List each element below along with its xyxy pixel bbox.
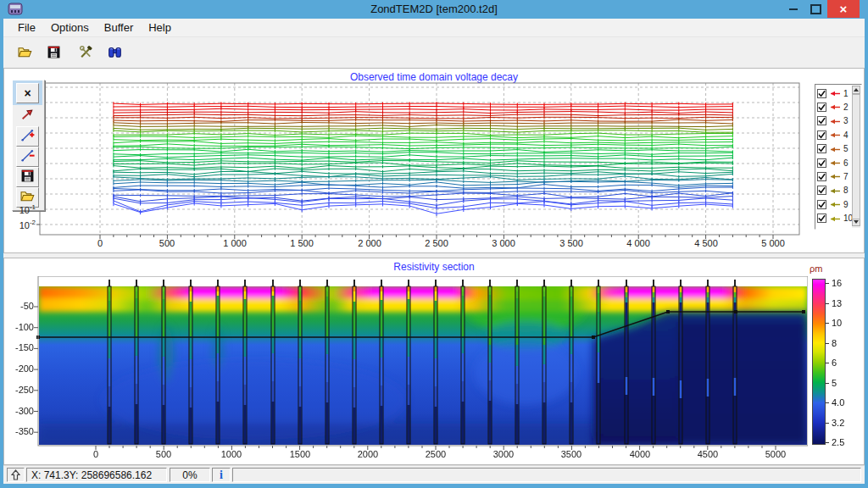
section-y-tick-4: -250 xyxy=(5,385,34,395)
main-toolbar xyxy=(3,38,865,69)
legend-checkbox-6[interactable] xyxy=(817,158,826,168)
decay-chart-canvas[interactable] xyxy=(34,82,800,243)
decay-x-tick-1: 500 xyxy=(142,238,192,248)
legend-item-9[interactable]: 9 xyxy=(817,197,849,211)
menu-bar: FileOptionsBufferHelp xyxy=(3,19,865,37)
check-icon xyxy=(818,201,826,208)
legend-item-4[interactable]: 4 xyxy=(817,128,849,141)
legend-checkbox-9[interactable] xyxy=(817,200,826,209)
colorbar-tick-5 xyxy=(826,383,829,384)
decay-x-tick-0: 0 xyxy=(75,238,125,248)
menu-options[interactable]: Options xyxy=(43,19,97,36)
section-y-tick-6: -350 xyxy=(5,426,34,436)
status-info-panel: i xyxy=(212,468,231,482)
scroll-thumb[interactable] xyxy=(852,94,860,219)
colorbar-tick-7 xyxy=(826,423,829,424)
legend-checkbox-4[interactable] xyxy=(817,130,826,140)
open-file-button[interactable] xyxy=(14,42,36,64)
section-x-tick-3: 1500 xyxy=(275,449,326,459)
window-border-right xyxy=(865,19,868,484)
remove-node-tool-button[interactable] xyxy=(16,147,39,167)
colorbar-label-5: 5 xyxy=(832,378,837,388)
binoculars-icon xyxy=(108,45,122,63)
section-y-tick-0: -50 xyxy=(5,301,34,311)
decay-x-tick-10: 5 000 xyxy=(748,238,798,248)
decay-y-tick-0: 10-1 xyxy=(7,203,36,215)
status-arrow-panel xyxy=(7,468,25,482)
legend-item-10[interactable]: 10 xyxy=(817,212,853,225)
section-x-tick-9: 4500 xyxy=(682,449,733,459)
decay-x-tick-9: 4 500 xyxy=(681,238,732,248)
legend-marker-3 xyxy=(830,114,841,129)
resistivity-canvas[interactable] xyxy=(31,276,808,451)
title-bar[interactable]: ZondTEM2D [tem200.t2d] × xyxy=(0,0,868,19)
legend-item-3[interactable]: 3 xyxy=(817,114,849,128)
check-icon xyxy=(818,117,826,125)
colorbar-tick-4 xyxy=(826,363,829,363)
section-x-tick-1: 500 xyxy=(138,449,189,459)
check-icon xyxy=(818,173,826,180)
legend-checkbox-10[interactable] xyxy=(817,214,826,223)
section-x-tick-7: 3500 xyxy=(546,449,597,459)
decay-x-tick-6: 3 000 xyxy=(478,238,529,248)
legend-checkbox-1[interactable] xyxy=(817,89,826,98)
window-border-bottom xyxy=(0,484,868,488)
add-node-tool-button[interactable] xyxy=(16,126,39,147)
legend-item-2[interactable]: 2 xyxy=(817,100,849,114)
menu-file[interactable]: File xyxy=(10,19,43,36)
minimize-button[interactable] xyxy=(783,0,804,18)
legend-scrollbar[interactable] xyxy=(852,86,860,228)
close-tool-button[interactable]: × xyxy=(16,83,39,103)
decay-x-tick-7: 3 500 xyxy=(546,238,597,248)
resistivity-heatmap xyxy=(39,286,807,445)
legend-label: 8 xyxy=(843,186,849,195)
section-x-tick-5: 2500 xyxy=(410,449,461,459)
legend-item-8[interactable]: 8 xyxy=(817,184,849,197)
inversion-settings-button[interactable] xyxy=(75,42,97,64)
colorbar-label-16: 16 xyxy=(832,278,842,288)
colorbar-label-8: 8 xyxy=(832,338,837,348)
legend-label: 5 xyxy=(843,144,849,153)
menu-buffer[interactable]: Buffer xyxy=(97,19,141,36)
legend-checkbox-8[interactable] xyxy=(817,186,826,195)
close-button[interactable]: × xyxy=(827,0,860,18)
legend-checkbox-3[interactable] xyxy=(817,116,826,125)
colorbar-unit-label: ρm xyxy=(810,263,822,274)
folder-open-icon xyxy=(18,45,32,63)
run-tool-button[interactable] xyxy=(16,106,39,126)
legend-checkbox-2[interactable] xyxy=(817,103,826,112)
check-icon xyxy=(818,90,826,97)
hammer-wrench-icon xyxy=(79,45,93,63)
section-y-tick-2: -150 xyxy=(5,342,34,352)
section-x-tick-6: 3000 xyxy=(478,449,529,459)
legend-item-5[interactable]: 5 xyxy=(817,142,849,156)
colorbar-label-10: 10 xyxy=(832,318,842,328)
legend-marker-6 xyxy=(830,155,841,170)
legend-marker-2 xyxy=(830,99,841,114)
colorbar-label-2.5: 2.5 xyxy=(832,437,844,447)
status-coordinates: X: 741.3Y: 258696586.162 xyxy=(26,468,167,482)
legend-checkbox-7[interactable] xyxy=(817,172,826,181)
legend-item-1[interactable]: 1 xyxy=(817,86,849,100)
status-bar: X: 741.3Y: 258696586.162 0% i xyxy=(3,465,865,485)
colorbar-label-3.2: 3.2 xyxy=(832,418,844,428)
legend-label: 6 xyxy=(843,158,849,168)
check-icon xyxy=(818,159,826,167)
section-y-tick-5: -300 xyxy=(5,406,34,416)
app-window: ZondTEM2D [tem200.t2d] × FileOptionsBuff… xyxy=(0,0,868,488)
survey-view-button[interactable] xyxy=(103,42,125,64)
decay-plot-svg[interactable] xyxy=(34,82,800,243)
check-icon xyxy=(818,186,826,194)
decay-x-tick-4: 2 000 xyxy=(344,238,395,248)
save-file-button[interactable] xyxy=(42,42,64,64)
maximize-button[interactable] xyxy=(805,0,826,18)
menu-help[interactable]: Help xyxy=(141,19,179,36)
legend-item-6[interactable]: 6 xyxy=(817,156,849,169)
resistivity-plot-svg[interactable] xyxy=(31,276,808,451)
legend-item-7[interactable]: 7 xyxy=(817,169,849,183)
section-y-tick-1: -100 xyxy=(5,322,34,332)
maximize-icon xyxy=(810,4,821,14)
scroll-up-button[interactable] xyxy=(852,86,860,94)
legend-checkbox-5[interactable] xyxy=(817,144,826,153)
save-model-tool-button[interactable] xyxy=(16,167,39,187)
